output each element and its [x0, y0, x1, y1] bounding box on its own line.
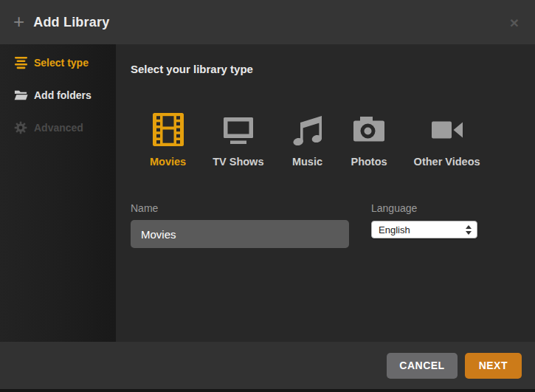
library-type-label: Movies — [150, 156, 186, 168]
select-type-panel: Select your library type — [116, 44, 535, 342]
name-field-group: Name — [131, 202, 349, 248]
library-type-movies[interactable]: Movies — [150, 112, 186, 168]
gear-icon — [13, 120, 28, 135]
cancel-button[interactable]: CANCEL — [387, 353, 457, 379]
add-library-dialog: + Add Library × Select type — [0, 0, 535, 392]
sidebar-item-label: Advanced — [34, 122, 83, 134]
film-strip-icon — [151, 112, 185, 147]
dialog-footer: CANCEL NEXT — [0, 342, 535, 389]
dialog-title: Add Library — [33, 15, 109, 30]
dialog-body: Select type Add folders — [0, 44, 535, 342]
select-stepper-arrows-icon — [466, 225, 472, 235]
folder-icon — [13, 88, 28, 103]
library-details-row: Name Language English — [131, 202, 520, 248]
library-type-photos[interactable]: Photos — [351, 112, 387, 168]
wizard-steps-sidebar: Select type Add folders — [0, 44, 116, 342]
language-field-group: Language English — [371, 202, 477, 238]
close-icon[interactable]: × — [507, 13, 522, 32]
video-camera-icon — [430, 112, 464, 147]
list-lines-icon — [13, 55, 28, 70]
music-note-icon — [290, 112, 324, 147]
library-type-music[interactable]: Music — [290, 112, 324, 168]
dialog-header: + Add Library × — [0, 0, 535, 44]
library-type-label: Photos — [351, 156, 387, 168]
library-type-tv-shows[interactable]: TV Shows — [213, 112, 263, 168]
library-type-label: Music — [292, 156, 322, 168]
plus-icon: + — [13, 12, 24, 31]
sidebar-item-select-type[interactable]: Select type — [0, 47, 116, 79]
library-type-label: Other Videos — [414, 156, 480, 168]
next-button[interactable]: NEXT — [465, 353, 522, 379]
language-select-value: English — [379, 224, 466, 235]
language-field-label: Language — [371, 202, 477, 214]
name-field-label: Name — [131, 202, 349, 214]
tv-icon — [221, 112, 255, 147]
library-type-other-videos[interactable]: Other Videos — [414, 112, 480, 168]
bottom-edge-strip — [0, 389, 535, 392]
camera-icon — [352, 112, 386, 147]
sidebar-item-label: Add folders — [34, 89, 92, 101]
library-type-label: TV Shows — [213, 156, 263, 168]
sidebar-item-advanced: Advanced — [0, 111, 116, 144]
library-name-input[interactable] — [131, 220, 349, 248]
library-type-row: Movies TV Shows — [150, 112, 520, 168]
language-select[interactable]: English — [371, 221, 477, 238]
sidebar-item-label: Select type — [34, 57, 89, 69]
sidebar-item-add-folders[interactable]: Add folders — [0, 79, 116, 111]
panel-heading: Select your library type — [131, 63, 520, 75]
